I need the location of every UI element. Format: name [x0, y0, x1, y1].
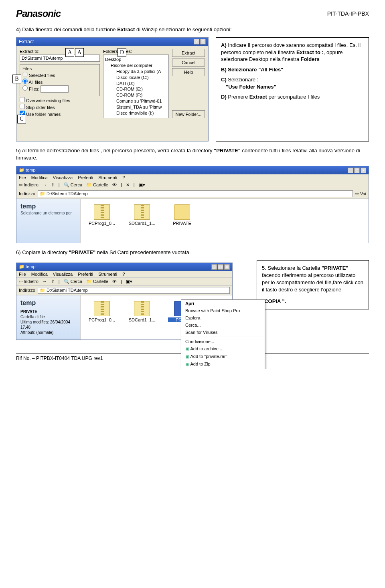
radio-selected[interactable]: Selected files: [22, 72, 97, 78]
instruction-box: A) Indicare il percorso dove saranno sco…: [216, 37, 369, 141]
cancel-button[interactable]: Cancel: [172, 59, 205, 67]
files-group: Files Selected files All files Files:: [20, 64, 100, 96]
ctx-browse[interactable]: Browse with Paint Shop Pro: [181, 307, 265, 314]
file-item[interactable]: PCProg1_0...: [88, 204, 116, 226]
radio-all[interactable]: All files: [22, 79, 97, 85]
ctx-explore[interactable]: Esplora: [181, 314, 265, 321]
explorer-menubar[interactable]: File Modifica Visualizza Preferiti Strum…: [16, 271, 232, 278]
explorer-file-pane[interactable]: PCProg1_0... SDCard1_1... PRIVATE: [81, 199, 369, 243]
explorer-window-1: 📁 temp _ □ × File Modifica Visualizza Pr…: [16, 166, 369, 243]
explorer-title: 📁 temp: [19, 264, 36, 270]
tree-item[interactable]: CD-ROM (F:): [105, 92, 167, 98]
tree-item[interactable]: Disco locale (C:): [105, 75, 167, 81]
radio-files[interactable]: Files:: [22, 85, 97, 93]
folders-drives-label: Folders/drives:: [103, 49, 169, 54]
callout-step5: 5. Selezionare la Cartella "PRIVATE" fac…: [257, 260, 369, 309]
maximize-icon[interactable]: □: [218, 264, 223, 270]
page-header: Panasonic PIT-TDA-IP-PBX: [16, 8, 369, 21]
help-button[interactable]: Help: [172, 68, 205, 76]
ctx-scan[interactable]: Scan for Viruses: [181, 329, 265, 336]
zip-icon: [134, 301, 150, 316]
explorer-titlebar: 📁 temp _ □ ×: [16, 166, 369, 174]
tree-item[interactable]: Desktop: [105, 57, 167, 63]
extract-to-label: Extract to:: [20, 49, 100, 54]
maximize-icon[interactable]: □: [354, 168, 360, 173]
step4-text: 4) Dalla finestra dei comandi della funz…: [16, 26, 369, 33]
tree-item[interactable]: Disco rimovibile (I:): [105, 110, 167, 116]
explorer-file-pane[interactable]: PCProg1_0... SDCard1_1... PRIVA Apri Bro…: [81, 295, 232, 339]
explorer-title: 📁 temp: [19, 168, 36, 173]
marker-B: B: [12, 75, 21, 83]
footer-ref: Rif No. – PITPBX-IT0404 TDA UPG rev1: [16, 356, 103, 361]
header-subtitle: PIT-TDA-IP-PBX: [327, 10, 369, 17]
chk-folders[interactable]: Use folder names: [20, 111, 100, 117]
tree-item[interactable]: DATI (D:): [105, 81, 167, 87]
help-button[interactable]: ?: [194, 39, 199, 44]
go-button[interactable]: ⇨ Vai: [355, 191, 366, 196]
extract-button[interactable]: Extract: [172, 49, 205, 57]
marker-A: A: [65, 48, 74, 57]
file-item[interactable]: PRIVATE: [168, 204, 196, 226]
explorer-sidebar: temp PRIVATE Cartella di file Ultima mod…: [16, 295, 81, 339]
minimize-icon[interactable]: _: [348, 168, 353, 173]
close-icon[interactable]: ×: [224, 264, 230, 270]
close-icon[interactable]: ×: [361, 168, 366, 173]
file-item[interactable]: SDCard1_1...: [128, 204, 156, 226]
tree-item[interactable]: Sistemi_TDA su 'Pitmw: [105, 104, 167, 110]
explorer-window-2: 📁 temp _ □ × File Modifica Visualizza Pr…: [16, 263, 233, 340]
new-folder-button[interactable]: New Folder...: [172, 110, 205, 118]
context-menu[interactable]: Apri Browse with Paint Shop Pro Esplora …: [181, 299, 265, 369]
winzip-titlebar: Extract ? ×: [16, 38, 208, 46]
winzip-extract-dialog: Extract ? × Extract to: Files Selected f…: [16, 37, 209, 141]
explorer-addressbar: Indirizzo 📁 D:\Sistemi TDA\temp ⇨ Vai: [16, 189, 369, 199]
tree-item[interactable]: Comune su 'Pitmwd-01: [105, 98, 167, 104]
ctx-add-zip[interactable]: Add to Zip: [181, 360, 265, 368]
explorer-toolbar[interactable]: ⇦ Indietro → ⇧ | 🔍 Cerca 📁 Cartelle 👁 | …: [16, 278, 232, 286]
marker-D: D: [118, 48, 126, 57]
chk-skip[interactable]: Skip older files: [20, 104, 100, 110]
marker-A: A: [75, 48, 84, 57]
marker-C: C: [17, 115, 26, 123]
brand: Panasonic: [16, 8, 61, 19]
zip-icon: [134, 204, 150, 220]
zip-icon: [94, 301, 110, 316]
ctx-open[interactable]: Apri: [181, 300, 265, 307]
file-item[interactable]: SDCard1_1...: [128, 301, 156, 322]
file-item[interactable]: PCProg1_0...: [88, 301, 116, 322]
chk-overwrite[interactable]: Overwrite existing files: [20, 97, 100, 103]
tree-item[interactable]: CD-ROM (E:): [105, 86, 167, 92]
address-input[interactable]: 📁 D:\Sistemi TDA\temp: [38, 190, 353, 197]
explorer-toolbar[interactable]: ⇦ Indietro → ⇧ | 🔍 Cerca 📁 Cartelle 👁 | …: [16, 181, 369, 189]
folder-icon: [174, 204, 190, 220]
folder-tree[interactable]: Desktop Risorse del computer Floppy da 3…: [103, 55, 169, 118]
close-icon[interactable]: ×: [200, 39, 206, 44]
ctx-share[interactable]: Condivisione...: [181, 338, 265, 345]
tree-item[interactable]: Floppy da 3,5 pollici (A: [105, 69, 167, 75]
explorer-sidebar: temp Selezionare un elemento per: [16, 199, 81, 243]
step6-text: 6) Copiare la directory "PRIVATE" nella …: [16, 249, 369, 256]
tree-item[interactable]: Risorse del computer: [105, 63, 167, 69]
step4-num: 4): [16, 26, 21, 32]
extract-to-input[interactable]: [20, 55, 100, 62]
ctx-add-rar[interactable]: Add to "private.rar": [181, 353, 265, 360]
ctx-add-archive[interactable]: Add to archive...: [181, 345, 265, 353]
winzip-title: Extract: [19, 39, 34, 44]
zip-icon: [94, 204, 110, 220]
ctx-search[interactable]: Cerca...: [181, 321, 265, 329]
explorer-menubar[interactable]: File Modifica Visualizza Preferiti Strum…: [16, 174, 369, 181]
ctx-add-private-zip[interactable]: Add to PRIVATE.zip: [181, 368, 265, 369]
step5-text: 5) Al termine dell'estrazione dei files …: [16, 147, 369, 162]
minimize-icon[interactable]: _: [211, 264, 217, 270]
address-input[interactable]: 📁 D:\Sistemi TDA\temp: [38, 287, 230, 294]
